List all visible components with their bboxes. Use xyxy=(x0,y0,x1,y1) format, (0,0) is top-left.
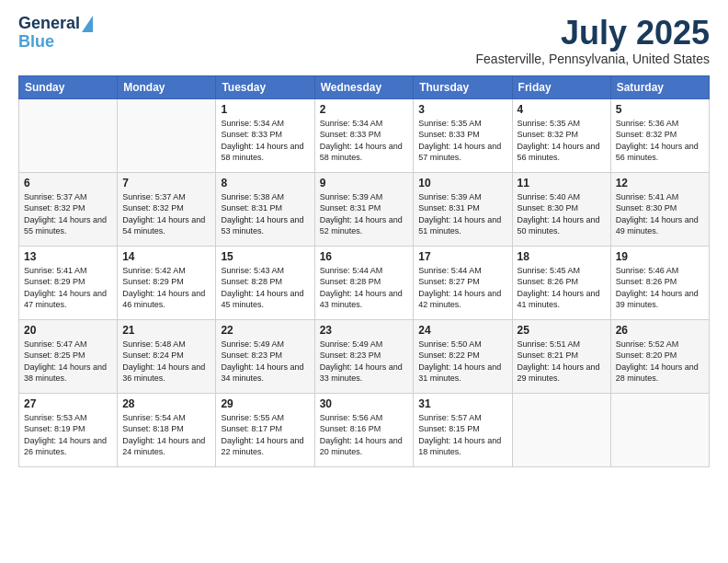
day-number: 13 xyxy=(24,250,112,263)
day-number: 6 xyxy=(24,177,112,190)
table-row: 12Sunrise: 5:41 AM Sunset: 8:30 PM Dayli… xyxy=(610,172,709,246)
day-number: 30 xyxy=(320,397,409,410)
logo-line1: General xyxy=(18,15,93,33)
day-number: 31 xyxy=(418,397,506,410)
day-number: 24 xyxy=(418,324,506,337)
day-info: Sunrise: 5:54 AM Sunset: 8:18 PM Dayligh… xyxy=(122,412,210,458)
table-row: 24Sunrise: 5:50 AM Sunset: 8:22 PM Dayli… xyxy=(414,319,512,393)
table-row: 1Sunrise: 5:34 AM Sunset: 8:33 PM Daylig… xyxy=(216,98,314,172)
week-row-0: 1Sunrise: 5:34 AM Sunset: 8:33 PM Daylig… xyxy=(19,98,710,172)
day-info: Sunrise: 5:39 AM Sunset: 8:31 PM Dayligh… xyxy=(418,191,506,237)
day-info: Sunrise: 5:52 AM Sunset: 8:20 PM Dayligh… xyxy=(616,339,704,385)
day-info: Sunrise: 5:49 AM Sunset: 8:23 PM Dayligh… xyxy=(320,339,409,385)
table-row: 2Sunrise: 5:34 AM Sunset: 8:33 PM Daylig… xyxy=(314,98,414,172)
table-row: 26Sunrise: 5:52 AM Sunset: 8:20 PM Dayli… xyxy=(610,319,709,393)
table-row: 27Sunrise: 5:53 AM Sunset: 8:19 PM Dayli… xyxy=(19,393,118,466)
day-number: 25 xyxy=(518,324,606,337)
header: General Blue July 2025 Feasterville, Pen… xyxy=(18,15,710,66)
col-tuesday: Tuesday xyxy=(216,75,314,98)
day-info: Sunrise: 5:56 AM Sunset: 8:16 PM Dayligh… xyxy=(320,412,409,458)
day-number: 21 xyxy=(122,324,210,337)
day-number: 22 xyxy=(221,324,309,337)
day-number: 20 xyxy=(24,324,112,337)
table-row: 20Sunrise: 5:47 AM Sunset: 8:25 PM Dayli… xyxy=(19,319,118,393)
table-row: 18Sunrise: 5:45 AM Sunset: 8:26 PM Dayli… xyxy=(512,246,610,319)
logo-line2: Blue xyxy=(18,33,54,52)
day-number: 18 xyxy=(518,250,606,263)
table-row: 22Sunrise: 5:49 AM Sunset: 8:23 PM Dayli… xyxy=(216,319,314,393)
day-info: Sunrise: 5:43 AM Sunset: 8:28 PM Dayligh… xyxy=(221,265,309,311)
logo-triangle-icon xyxy=(82,16,93,32)
table-row xyxy=(512,393,610,466)
day-info: Sunrise: 5:40 AM Sunset: 8:30 PM Dayligh… xyxy=(518,191,606,237)
day-number: 4 xyxy=(518,103,606,116)
day-number: 17 xyxy=(418,250,506,263)
day-number: 2 xyxy=(320,103,409,116)
col-thursday: Thursday xyxy=(414,75,512,98)
day-number: 16 xyxy=(320,250,409,263)
table-row: 21Sunrise: 5:48 AM Sunset: 8:24 PM Dayli… xyxy=(118,319,216,393)
location: Feasterville, Pennsylvania, United State… xyxy=(476,52,710,66)
table-row: 19Sunrise: 5:46 AM Sunset: 8:26 PM Dayli… xyxy=(610,246,709,319)
day-info: Sunrise: 5:44 AM Sunset: 8:28 PM Dayligh… xyxy=(320,265,409,311)
day-info: Sunrise: 5:41 AM Sunset: 8:30 PM Dayligh… xyxy=(616,191,704,237)
day-info: Sunrise: 5:51 AM Sunset: 8:21 PM Dayligh… xyxy=(518,339,606,385)
table-row: 8Sunrise: 5:38 AM Sunset: 8:31 PM Daylig… xyxy=(216,172,314,246)
day-info: Sunrise: 5:49 AM Sunset: 8:23 PM Dayligh… xyxy=(221,339,309,385)
day-info: Sunrise: 5:48 AM Sunset: 8:24 PM Dayligh… xyxy=(122,339,210,385)
day-info: Sunrise: 5:37 AM Sunset: 8:32 PM Dayligh… xyxy=(24,191,112,237)
col-sunday: Sunday xyxy=(19,75,118,98)
table-row: 30Sunrise: 5:56 AM Sunset: 8:16 PM Dayli… xyxy=(314,393,414,466)
day-info: Sunrise: 5:42 AM Sunset: 8:29 PM Dayligh… xyxy=(122,265,210,311)
day-number: 26 xyxy=(616,324,704,337)
day-number: 29 xyxy=(221,397,309,410)
day-number: 8 xyxy=(221,177,309,190)
week-row-4: 27Sunrise: 5:53 AM Sunset: 8:19 PM Dayli… xyxy=(19,393,710,466)
day-number: 5 xyxy=(616,103,704,116)
title-block: July 2025 Feasterville, Pennsylvania, Un… xyxy=(476,15,710,66)
day-info: Sunrise: 5:34 AM Sunset: 8:33 PM Dayligh… xyxy=(221,118,309,164)
day-info: Sunrise: 5:53 AM Sunset: 8:19 PM Dayligh… xyxy=(24,412,112,458)
table-row: 17Sunrise: 5:44 AM Sunset: 8:27 PM Dayli… xyxy=(414,246,512,319)
day-number: 15 xyxy=(221,250,309,263)
col-saturday: Saturday xyxy=(610,75,709,98)
day-info: Sunrise: 5:36 AM Sunset: 8:32 PM Dayligh… xyxy=(616,118,704,164)
day-info: Sunrise: 5:47 AM Sunset: 8:25 PM Dayligh… xyxy=(24,339,112,385)
day-info: Sunrise: 5:41 AM Sunset: 8:29 PM Dayligh… xyxy=(24,265,112,311)
day-info: Sunrise: 5:45 AM Sunset: 8:26 PM Dayligh… xyxy=(518,265,606,311)
table-row: 4Sunrise: 5:35 AM Sunset: 8:32 PM Daylig… xyxy=(512,98,610,172)
logo-name-general: General xyxy=(18,15,80,33)
logo-name-blue: Blue xyxy=(18,33,54,52)
table-row: 3Sunrise: 5:35 AM Sunset: 8:33 PM Daylig… xyxy=(414,98,512,172)
day-number: 7 xyxy=(122,177,210,190)
table-row: 11Sunrise: 5:40 AM Sunset: 8:30 PM Dayli… xyxy=(512,172,610,246)
table-row: 28Sunrise: 5:54 AM Sunset: 8:18 PM Dayli… xyxy=(118,393,216,466)
day-number: 14 xyxy=(122,250,210,263)
col-monday: Monday xyxy=(118,75,216,98)
table-row: 10Sunrise: 5:39 AM Sunset: 8:31 PM Dayli… xyxy=(414,172,512,246)
day-info: Sunrise: 5:38 AM Sunset: 8:31 PM Dayligh… xyxy=(221,191,309,237)
day-info: Sunrise: 5:57 AM Sunset: 8:15 PM Dayligh… xyxy=(418,412,506,458)
logo: General Blue xyxy=(18,15,93,52)
table-row: 13Sunrise: 5:41 AM Sunset: 8:29 PM Dayli… xyxy=(19,246,118,319)
day-info: Sunrise: 5:39 AM Sunset: 8:31 PM Dayligh… xyxy=(320,191,409,237)
day-info: Sunrise: 5:44 AM Sunset: 8:27 PM Dayligh… xyxy=(418,265,506,311)
day-number: 3 xyxy=(418,103,506,116)
day-info: Sunrise: 5:35 AM Sunset: 8:32 PM Dayligh… xyxy=(518,118,606,164)
table-row: 6Sunrise: 5:37 AM Sunset: 8:32 PM Daylig… xyxy=(19,172,118,246)
day-number: 28 xyxy=(122,397,210,410)
day-info: Sunrise: 5:35 AM Sunset: 8:33 PM Dayligh… xyxy=(418,118,506,164)
table-row: 7Sunrise: 5:37 AM Sunset: 8:32 PM Daylig… xyxy=(118,172,216,246)
calendar-table: Sunday Monday Tuesday Wednesday Thursday… xyxy=(18,75,710,467)
table-row: 5Sunrise: 5:36 AM Sunset: 8:32 PM Daylig… xyxy=(610,98,709,172)
header-row: Sunday Monday Tuesday Wednesday Thursday… xyxy=(19,75,710,98)
table-row: 9Sunrise: 5:39 AM Sunset: 8:31 PM Daylig… xyxy=(314,172,414,246)
day-number: 9 xyxy=(320,177,409,190)
table-row xyxy=(118,98,216,172)
week-row-2: 13Sunrise: 5:41 AM Sunset: 8:29 PM Dayli… xyxy=(19,246,710,319)
day-info: Sunrise: 5:50 AM Sunset: 8:22 PM Dayligh… xyxy=(418,339,506,385)
table-row: 31Sunrise: 5:57 AM Sunset: 8:15 PM Dayli… xyxy=(414,393,512,466)
day-info: Sunrise: 5:37 AM Sunset: 8:32 PM Dayligh… xyxy=(122,191,210,237)
table-row: 16Sunrise: 5:44 AM Sunset: 8:28 PM Dayli… xyxy=(314,246,414,319)
day-number: 23 xyxy=(320,324,409,337)
